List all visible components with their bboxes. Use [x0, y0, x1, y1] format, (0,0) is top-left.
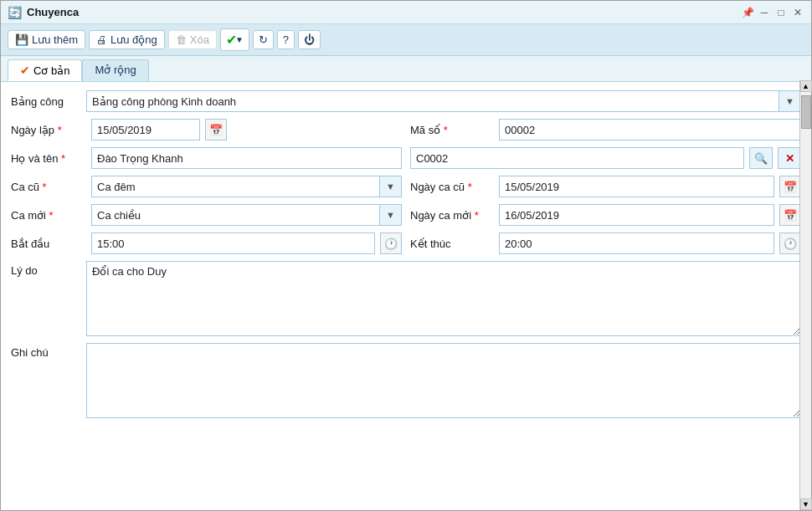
close-button[interactable]: ✕ [791, 6, 804, 19]
scroll-thumb[interactable] [801, 95, 811, 129]
tab-mo-rong[interactable]: Mở rộng [82, 59, 148, 81]
ho-ten-code-group: 🔍 ✕ [402, 147, 801, 169]
ca-cu-dropdown-arrow[interactable]: ▼ [380, 176, 402, 197]
tab-co-ban[interactable]: ✔ Cơ bản [8, 59, 82, 81]
ho-ten-input[interactable] [91, 147, 402, 169]
ghi-chu-textarea[interactable] [86, 343, 801, 418]
ho-ten-row: Họ và tên 🔍 ✕ [11, 147, 801, 169]
bat-dau-label: Bắt đầu [11, 238, 86, 250]
ghi-chu-label: Ghi chú [11, 343, 86, 359]
bang-cong-input[interactable] [86, 90, 779, 112]
bang-cong-dropdown-arrow[interactable]: ▼ [779, 90, 801, 112]
bat-dau-group: Bắt đầu 🕐 [11, 233, 402, 254]
minimize-button[interactable]: ─ [758, 6, 771, 19]
refresh-button[interactable]: ↻ [253, 30, 274, 49]
ly-do-textarea[interactable]: Đổi ca cho Duy [86, 261, 801, 336]
ngay-ca-moi-group: Ngày ca mới 📅 [402, 204, 801, 226]
delete-label: Xóa [190, 33, 209, 46]
ngay-ca-cu-label: Ngày ca cũ [410, 181, 494, 193]
bat-dau-clock-icon[interactable]: 🕐 [380, 233, 402, 254]
ngay-lap-label: Ngày lập [11, 124, 86, 136]
window-title: Chuyenca [27, 6, 79, 18]
maximize-button[interactable]: □ [774, 6, 788, 19]
tab-co-ban-label: Cơ bản [33, 64, 69, 77]
ket-thuc-input[interactable] [499, 233, 774, 254]
clear-button[interactable]: ✕ [778, 147, 801, 169]
bat-dau-input[interactable] [91, 233, 375, 254]
ma-so-input[interactable] [499, 119, 801, 141]
save-add-button[interactable]: 💾 Lưu thêm [8, 30, 85, 49]
app-icon: 🔄 [8, 6, 22, 19]
delete-button[interactable]: 🗑 Xóa [168, 30, 217, 49]
search-button[interactable]: 🔍 [749, 147, 773, 169]
dropdown-arrow-icon: ▼ [235, 35, 244, 44]
bang-cong-row: Bảng công ▼ [11, 90, 801, 112]
ma-so-label: Mã số [410, 124, 494, 136]
power-icon: ⏻ [304, 33, 315, 46]
ngay-lap-calendar-icon[interactable]: 📅 [205, 119, 227, 141]
ngay-lap-group: Ngày lập 📅 [11, 119, 402, 141]
save-add-label: Lưu thêm [32, 33, 78, 46]
ngay-lap-ma-so-row: Ngày lập 📅 Mã số [11, 119, 801, 141]
scroll-up-arrow[interactable]: ▲ [800, 80, 812, 92]
ngay-ca-cu-calendar-icon[interactable]: 📅 [779, 176, 801, 197]
save-add-icon: 💾 [15, 33, 28, 46]
ly-do-label: Lý do [11, 261, 86, 277]
bang-cong-label: Bảng công [11, 95, 86, 108]
ngay-ca-cu-group: Ngày ca cũ 📅 [402, 176, 801, 197]
refresh-icon: ↻ [259, 33, 268, 46]
ket-thuc-clock-icon[interactable]: 🕐 [779, 233, 801, 254]
title-bar: 🔄 Chuyenca 📌 ─ □ ✕ [1, 1, 811, 24]
ca-moi-label: Ca mới [11, 209, 86, 222]
title-bar-left: 🔄 Chuyenca [8, 6, 79, 19]
tab-check-icon: ✔ [20, 64, 30, 77]
ho-ten-group: Họ và tên [11, 147, 402, 169]
bang-cong-field: ▼ [86, 90, 801, 112]
ca-moi-select-wrap: ▼ [91, 204, 402, 226]
toolbar: 💾 Lưu thêm 🖨 Lưu động 🗑 Xóa ✔ ▼ ↻ ? ⏻ [1, 24, 811, 56]
tab-mo-rong-label: Mở rộng [95, 64, 136, 76]
ca-cu-row: Ca cũ ▼ Ngày ca cũ 📅 [11, 176, 801, 197]
save-float-label: Lưu động [110, 33, 157, 46]
ghi-chu-row: Ghi chú [11, 343, 801, 418]
ho-ten-code-input[interactable] [410, 147, 744, 169]
tab-bar: ✔ Cơ bản Mở rộng [1, 56, 811, 82]
check-dropdown-button[interactable]: ✔ ▼ [220, 28, 249, 51]
ca-cu-select-wrap: ▼ [91, 176, 402, 197]
ca-moi-row: Ca mới ▼ Ngày ca mới 📅 [11, 204, 801, 226]
save-float-button[interactable]: 🖨 Lưu động [89, 30, 165, 49]
ngay-lap-input[interactable] [91, 119, 200, 141]
power-button[interactable]: ⏻ [298, 30, 321, 49]
ngay-ca-moi-calendar-icon[interactable]: 📅 [779, 204, 801, 226]
delete-icon: 🗑 [176, 33, 187, 46]
bat-dau-ket-thuc-row: Bắt đầu 🕐 Kết thúc 🕐 [11, 233, 801, 254]
pin-button[interactable]: 📌 [741, 6, 754, 19]
ngay-ca-cu-input[interactable] [499, 176, 774, 197]
ho-ten-label: Họ và tên [11, 152, 86, 165]
ca-cu-label: Ca cũ [11, 181, 86, 193]
ca-cu-group: Ca cũ ▼ [11, 176, 402, 197]
ca-moi-input[interactable] [91, 204, 380, 226]
scrollbar[interactable]: ▲ ▼ [799, 80, 811, 510]
form-content: Bảng công ▼ Ngày lập 📅 Mã số Họ và tên [1, 82, 811, 510]
help-icon: ? [283, 33, 289, 46]
help-button[interactable]: ? [277, 30, 295, 49]
save-float-icon: 🖨 [96, 33, 107, 46]
ca-moi-group: Ca mới ▼ [11, 204, 402, 226]
ca-cu-input[interactable] [91, 176, 380, 197]
ngay-ca-moi-label: Ngày ca mới [410, 209, 494, 222]
ly-do-row: Lý do Đổi ca cho Duy [11, 261, 801, 336]
ca-moi-dropdown-arrow[interactable]: ▼ [380, 204, 402, 226]
scroll-down-arrow[interactable]: ▼ [800, 498, 812, 510]
ket-thuc-group: Kết thúc 🕐 [402, 233, 801, 254]
title-bar-right: 📌 ─ □ ✕ [741, 6, 804, 19]
ngay-ca-moi-input[interactable] [499, 204, 774, 226]
ket-thuc-label: Kết thúc [410, 238, 494, 250]
main-window: 🔄 Chuyenca 📌 ─ □ ✕ 💾 Lưu thêm 🖨 Lưu động… [0, 0, 812, 511]
ma-so-group: Mã số [402, 119, 801, 141]
